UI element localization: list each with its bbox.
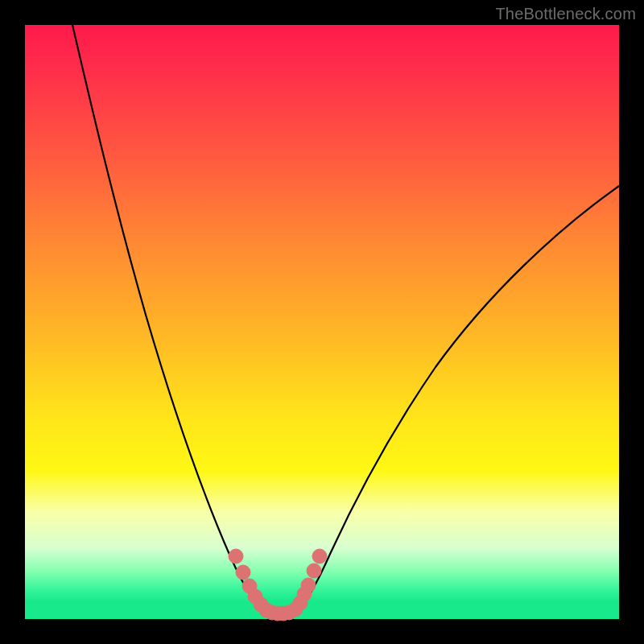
chart-svg [25,25,619,619]
right-curve [293,186,619,615]
svg-point-13 [301,578,316,592]
svg-point-14 [307,564,321,578]
watermark-text: TheBottleneck.com [495,5,636,23]
chart-frame: TheBottleneck.com [0,0,644,644]
svg-point-15 [312,549,327,564]
left-curve [72,25,269,615]
marker-blobs [229,549,327,621]
svg-point-0 [229,549,243,564]
svg-point-1 [236,565,250,580]
